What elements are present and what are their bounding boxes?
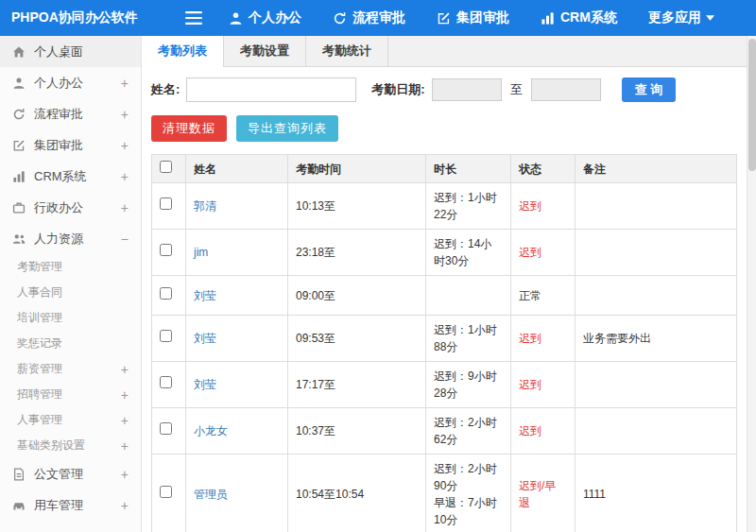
attendance-time-cell: 17:17至 xyxy=(288,362,426,408)
name-label: 姓名: xyxy=(151,81,180,98)
employee-name-cell: 郭清 xyxy=(186,183,288,230)
row-checkbox[interactable] xyxy=(160,422,172,435)
employee-name-link[interactable]: 管理员 xyxy=(194,488,228,501)
sidebar-item-label: CRM系统 xyxy=(34,168,87,185)
tab-attendance-statistics[interactable]: 考勤统计 xyxy=(306,36,388,66)
date-to-input[interactable] xyxy=(531,78,601,101)
note-cell xyxy=(576,276,737,316)
sidebar-item-personal-office[interactable]: 个人办公+ xyxy=(0,67,141,98)
employee-name-link[interactable]: 刘莹 xyxy=(194,378,216,391)
row-checkbox[interactable] xyxy=(160,330,172,342)
clear-data-button[interactable]: 清理数据 xyxy=(151,115,227,142)
topnav-item-crm-system[interactable]: CRM系统 xyxy=(541,9,617,26)
status-badge: 迟到/早退 xyxy=(519,479,556,509)
row-checkbox-cell xyxy=(152,230,186,276)
expand-plus-icon[interactable]: + xyxy=(121,363,129,376)
sidebar-subitem-label: 奖惩记录 xyxy=(17,335,62,352)
sidebar-item-vehicle-management[interactable]: 用车管理+ xyxy=(0,489,141,521)
sidebar-item-label: 公文管理 xyxy=(34,466,83,483)
edit-icon xyxy=(12,139,26,152)
table-row: 小龙女10:37至迟到：2小时62分迟到 xyxy=(152,408,737,455)
select-all-checkbox[interactable] xyxy=(160,161,172,173)
sidebar-item-personal-desktop[interactable]: 个人桌面 xyxy=(0,36,141,67)
duration-cell: 迟到：2小时62分 xyxy=(426,408,511,455)
chart-icon xyxy=(12,170,26,183)
sidebar-item-crm-system[interactable]: CRM系统+ xyxy=(0,161,141,192)
top-navigation: 个人办公流程审批集团审批CRM系统更多应用 xyxy=(229,9,751,26)
sidebar-subitem-salary-management[interactable]: 薪资管理+ xyxy=(0,356,141,382)
filter-bar: 姓名: 考勤日期: 至 查 询 xyxy=(142,67,747,112)
sidebar-subitem-personnel-contract[interactable]: 人事合同 xyxy=(0,280,141,305)
sidebar-subitem-training-management[interactable]: 培训管理 xyxy=(0,305,141,331)
sidebar-item-document-management[interactable]: 公文管理+ xyxy=(0,458,141,489)
expand-plus-icon[interactable]: + xyxy=(121,439,129,453)
expand-plus-icon[interactable]: + xyxy=(121,414,129,427)
employee-name-link[interactable]: 郭清 xyxy=(194,199,216,213)
expand-plus-icon[interactable]: + xyxy=(121,468,129,481)
status-badge: 迟到 xyxy=(519,378,541,391)
topnav-item-label: 个人办公 xyxy=(249,9,301,26)
row-checkbox-cell xyxy=(152,276,186,316)
table-row: 郭清10:13至迟到：1小时22分迟到 xyxy=(152,183,737,230)
status-badge: 迟到 xyxy=(519,246,541,259)
employee-name-link[interactable]: 小龙女 xyxy=(194,424,228,438)
vertical-scrollbar[interactable] xyxy=(747,36,756,532)
row-checkbox[interactable] xyxy=(160,376,172,388)
employee-name-link[interactable]: 刘莹 xyxy=(194,332,216,345)
sidebar-item-human-resources[interactable]: 人力资源− xyxy=(0,223,141,254)
topnav-item-label: CRM系统 xyxy=(560,9,617,26)
tab-attendance-list[interactable]: 考勤列表 xyxy=(142,36,224,67)
tab-attendance-settings[interactable]: 考勤设置 xyxy=(224,36,306,66)
expand-plus-icon[interactable]: + xyxy=(121,139,129,152)
table-row: jim23:18至迟到：14小时30分迟到 xyxy=(152,230,737,276)
employee-name-link[interactable]: jim xyxy=(194,246,208,259)
expand-plus-icon[interactable]: + xyxy=(121,388,129,402)
topnav-item-personal-office[interactable]: 个人办公 xyxy=(229,9,301,26)
row-checkbox[interactable] xyxy=(160,287,172,300)
attendance-time-cell: 10:37至 xyxy=(288,408,426,455)
scrollbar-thumb[interactable] xyxy=(748,39,756,171)
row-checkbox[interactable] xyxy=(160,244,172,256)
topnav-item-workflow-approval[interactable]: 流程审批 xyxy=(333,9,405,26)
sidebar-subitem-attendance-management[interactable]: 考勤管理 xyxy=(0,254,141,280)
sidebar-subitem-personnel-management[interactable]: 人事管理+ xyxy=(0,407,141,433)
workflow-icon xyxy=(333,11,347,26)
expand-plus-icon[interactable]: + xyxy=(121,170,129,183)
expand-plus-icon[interactable]: + xyxy=(121,499,129,512)
sidebar-subitem-base-category-settings[interactable]: 基础类别设置+ xyxy=(0,433,141,458)
sidebar-subitem-label: 培训管理 xyxy=(17,310,62,326)
duration-cell: 迟到：2小时90分 早退：7小时10分 xyxy=(426,455,511,532)
hamburger-menu-icon[interactable] xyxy=(185,11,202,25)
expand-plus-icon[interactable]: + xyxy=(121,108,129,121)
workflow-icon xyxy=(12,108,26,121)
sidebar-subitem-label: 人事合同 xyxy=(17,284,62,300)
sidebar-item-workflow-approval[interactable]: 流程审批+ xyxy=(0,98,141,129)
action-bar: 清理数据 导出查询列表 xyxy=(142,112,747,152)
collapse-minus-icon[interactable]: − xyxy=(121,232,129,246)
row-checkbox-cell xyxy=(152,455,186,532)
topnav-item-label: 集团审批 xyxy=(456,9,509,26)
date-label: 考勤日期: xyxy=(371,81,424,98)
column-header: 状态 xyxy=(511,155,576,183)
sidebar-subitem-reward-punishment[interactable]: 奖惩记录 xyxy=(0,331,141,356)
date-from-input[interactable] xyxy=(432,78,502,101)
sidebar-subitem-recruitment-management[interactable]: 招聘管理+ xyxy=(0,382,141,407)
sidebar-item-label: 用车管理 xyxy=(34,497,83,514)
search-button[interactable]: 查 询 xyxy=(622,77,677,102)
edit-icon xyxy=(437,11,451,26)
status-cell: 迟到 xyxy=(511,408,576,455)
sidebar-item-admin-office[interactable]: 行政办公+ xyxy=(0,192,141,223)
row-checkbox[interactable] xyxy=(160,486,172,498)
expand-plus-icon[interactable]: + xyxy=(121,201,129,215)
topnav-item-group-approval[interactable]: 集团审批 xyxy=(437,9,509,26)
table-header-row: 姓名考勤时间时长状态备注 xyxy=(152,155,737,183)
column-header: 时长 xyxy=(426,155,511,183)
employee-name-link[interactable]: 刘莹 xyxy=(194,289,216,302)
topnav-item-more-apps[interactable]: 更多应用 xyxy=(648,9,720,26)
sidebar-item-group-approval[interactable]: 集团审批+ xyxy=(0,129,141,161)
name-input[interactable] xyxy=(186,77,356,102)
expand-plus-icon[interactable]: + xyxy=(121,77,129,90)
employee-name-cell: jim xyxy=(186,230,288,276)
row-checkbox[interactable] xyxy=(160,197,172,210)
export-list-button[interactable]: 导出查询列表 xyxy=(236,115,338,142)
